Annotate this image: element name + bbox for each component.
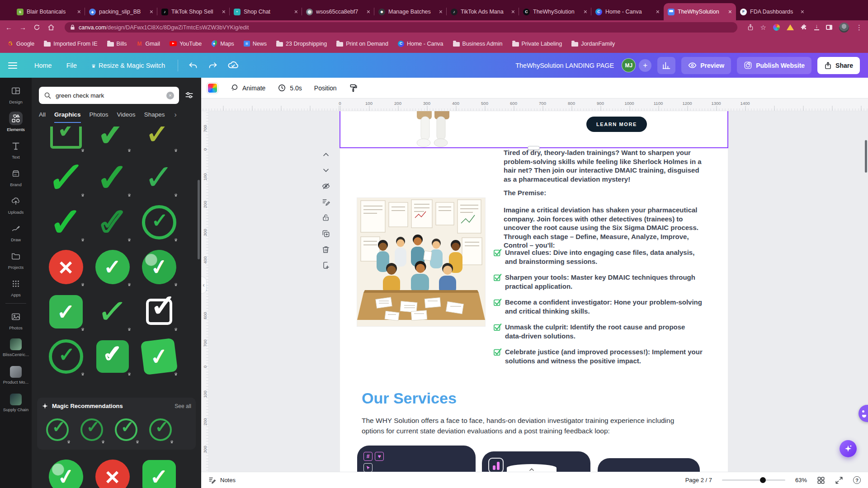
rail-item-text[interactable]: Text xyxy=(1,136,30,162)
panel-tab[interactable]: Videos xyxy=(117,111,136,123)
graphic-tile-check-mark[interactable]: × ♛ xyxy=(91,455,134,488)
tab-close-icon[interactable]: × xyxy=(77,8,81,15)
intro-text[interactable]: Tired of dry, theory-laden trainings? Wa… xyxy=(504,148,706,183)
duplicate-page-icon[interactable] xyxy=(321,229,330,238)
duration-button[interactable]: 5.0s xyxy=(278,84,302,92)
tab-close-icon[interactable]: × xyxy=(439,8,443,15)
animate-button[interactable]: Animate xyxy=(230,84,265,92)
sticker-peek-icon[interactable] xyxy=(859,405,868,422)
panel-scrollbar[interactable] xyxy=(198,180,200,259)
bookmark-item[interactable]: Private Labeling xyxy=(512,41,562,47)
bookmark-item[interactable]: JordanFamily xyxy=(571,41,615,47)
panel-collapse-handle[interactable]: ‹ xyxy=(201,277,207,294)
search-box[interactable]: × xyxy=(39,87,179,104)
bookmark-star-icon[interactable]: ☆ xyxy=(760,24,766,31)
grid-view-icon[interactable] xyxy=(817,476,825,484)
rail-item-photos[interactable]: Photos xyxy=(1,307,30,333)
graphic-tile-check-mark[interactable]: ✓ ♛ xyxy=(137,201,180,244)
downloads-icon[interactable]: ↓ xyxy=(814,24,819,30)
browser-tab[interactable]: ◆ packing_slip_BB × xyxy=(85,3,157,20)
learn-more-button[interactable]: LEARN MORE xyxy=(586,117,647,132)
team-meeting-illustration[interactable] xyxy=(357,198,485,326)
design-page[interactable]: LEARN MORE Tired of dry, theory-laden tr… xyxy=(340,111,728,472)
bookmark-item[interactable]: Print on Demand xyxy=(336,41,388,47)
address-bar[interactable]: canva.com/design/DAFwx1Cl8Xc/8DgwZiTmtcE… xyxy=(65,22,737,33)
checklist-item[interactable]: Celebrate justice (and improved processe… xyxy=(494,347,703,365)
bookmark-item[interactable]: C Home - Canva xyxy=(398,41,443,47)
zoom-slider-thumb[interactable] xyxy=(760,477,766,483)
canvas-viewport[interactable]: 70001002003004005006007000100200300 xyxy=(201,111,868,472)
extension-pinwheel-icon[interactable] xyxy=(773,24,780,31)
rail-item-blisscentric[interactable]: BlissCentric... xyxy=(1,335,30,360)
rail-item-design[interactable]: Design xyxy=(1,81,30,107)
tab-close-icon[interactable]: × xyxy=(801,8,804,15)
tabs-overflow-chevron-icon[interactable]: › xyxy=(174,111,176,123)
rail-item-draw[interactable]: Draw xyxy=(1,219,30,244)
browser-tab[interactable]: TheWhySolution × xyxy=(664,3,736,20)
browser-profile-avatar[interactable] xyxy=(839,23,849,33)
canva-assistant-button[interactable] xyxy=(840,440,857,457)
magic-graphic-tile[interactable]: ✓ ♛ xyxy=(110,414,142,446)
position-button[interactable]: Position xyxy=(314,84,337,92)
tab-close-icon[interactable]: × xyxy=(511,8,515,15)
graphic-tile-check-mark[interactable]: ✓ ♛ xyxy=(44,156,87,199)
move-page-down-icon[interactable] xyxy=(321,166,330,175)
color-picker-swatch[interactable] xyxy=(207,83,218,94)
browser-tab[interactable]: ☻ Manage Batches × xyxy=(374,3,447,20)
graphic-tile-check-mark[interactable]: ✓ ♛ xyxy=(44,335,87,378)
graphic-tile-check-mark[interactable]: ✓ ♛ xyxy=(91,156,134,199)
publish-website-button[interactable]: Publish Website xyxy=(737,57,811,74)
home-icon[interactable] xyxy=(47,24,55,31)
bottom-panel-handle[interactable] xyxy=(507,464,557,472)
zoom-slider[interactable] xyxy=(722,479,785,481)
insights-button[interactable] xyxy=(657,57,675,74)
menu-hamburger-icon[interactable] xyxy=(8,62,17,69)
bookmark-item[interactable]: 23 Dropshipping xyxy=(276,41,327,47)
help-icon[interactable]: ? xyxy=(853,476,861,484)
browser-tab[interactable]: ♪ TikTok Shop Sell × xyxy=(157,3,230,20)
our-services-body[interactable]: The WHY Solution offers a face to face, … xyxy=(362,415,678,436)
service-card-1[interactable]: # ♥ xyxy=(357,446,476,472)
our-services-heading[interactable]: Our Services xyxy=(362,389,457,407)
graphic-tile-check-mark[interactable]: ✓ ♛ xyxy=(137,156,180,199)
checklist-item[interactable]: Unravel clues: Dive into engaging case f… xyxy=(494,248,703,266)
service-card-3[interactable] xyxy=(598,458,700,472)
undo-icon[interactable] xyxy=(189,61,198,70)
back-icon[interactable]: ← xyxy=(5,24,12,31)
bookmark-item[interactable]: YouTube xyxy=(170,41,202,47)
document-title[interactable]: TheWhySolution LANDING PAGE xyxy=(515,62,614,69)
premise-body-text[interactable]: Imagine a critical deviation has shaken … xyxy=(504,206,708,250)
page-notes-icon[interactable] xyxy=(321,197,330,206)
checklist-item[interactable]: Unmask the culprit: Identify the root ca… xyxy=(494,323,703,340)
graphic-tile-check-mark[interactable]: ✓ ♛ xyxy=(137,290,180,333)
browser-tab[interactable]: s Blair Botanicals × xyxy=(13,3,85,20)
rail-item-projects[interactable]: Projects xyxy=(1,247,30,272)
filter-icon[interactable] xyxy=(184,91,194,100)
graphic-tile-check-mark[interactable]: ✓ ♛ xyxy=(137,455,180,488)
graphic-tile-check-mark[interactable]: ✓ ♛ xyxy=(91,245,134,288)
tab-close-icon[interactable]: × xyxy=(584,8,587,15)
share-page-icon[interactable] xyxy=(747,24,754,31)
fullscreen-icon[interactable] xyxy=(835,476,843,484)
browser-tab[interactable]: ⊕ wsos65cca8ebf7 × xyxy=(302,3,374,20)
file-menu-item[interactable]: File xyxy=(59,62,84,69)
graphic-tile-check-mark[interactable]: ✓ ♛ xyxy=(91,290,134,333)
rail-item-uploads[interactable]: Uploads xyxy=(1,192,30,217)
graphic-tile-check-mark[interactable]: ✓ ♛ xyxy=(137,335,180,378)
see-all-link[interactable]: See all xyxy=(175,403,191,409)
extensions-puzzle-icon[interactable] xyxy=(801,24,807,31)
user-avatar[interactable]: MJ xyxy=(622,58,636,72)
rail-item-product-mockups[interactable]: Product Mo... xyxy=(1,362,30,388)
paint-roller-icon[interactable] xyxy=(349,84,358,93)
tab-close-icon[interactable]: × xyxy=(656,8,660,15)
bookmark-item[interactable]: Bills xyxy=(107,41,127,47)
share-button[interactable]: Share xyxy=(817,57,860,74)
preview-button[interactable]: Preview xyxy=(681,57,731,74)
search-input[interactable] xyxy=(56,92,162,99)
reload-icon[interactable] xyxy=(33,24,40,31)
graphic-tile-check-mark[interactable]: ✓ ♛ xyxy=(137,127,180,154)
bookmark-item[interactable]: Maps xyxy=(211,41,234,47)
canvas-scrollbar[interactable] xyxy=(865,140,867,173)
rail-item-brand[interactable]: co. Brand xyxy=(1,164,30,189)
magic-graphic-tile[interactable]: ✓ ♛ xyxy=(145,414,176,446)
